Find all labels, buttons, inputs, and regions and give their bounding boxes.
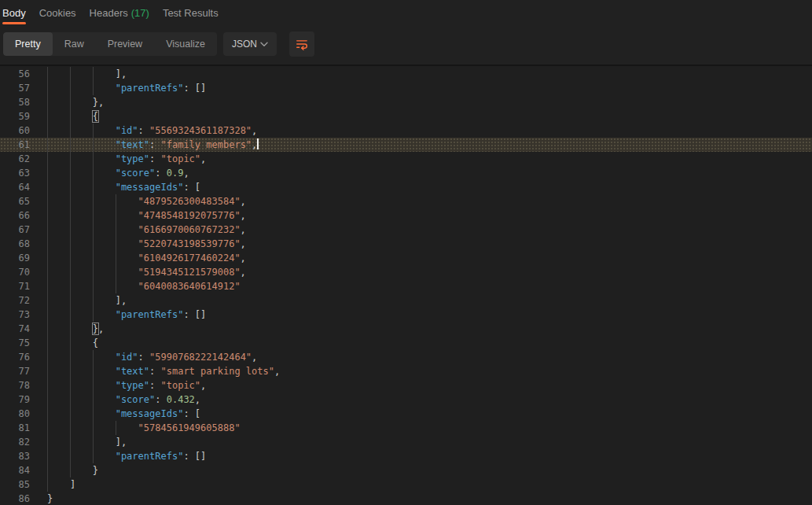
indent-guide xyxy=(70,435,93,449)
code-line-60[interactable]: 60"id": "5569324361187328", xyxy=(0,123,812,138)
indent-guide xyxy=(93,81,116,95)
indent-guide xyxy=(47,81,70,95)
code-line-69[interactable]: 69"6104926177460224", xyxy=(0,251,812,265)
indent-guide xyxy=(93,350,116,364)
view-mode-visualize[interactable]: Visualize xyxy=(154,32,217,56)
line-number: 72 xyxy=(0,293,30,308)
code-line-86[interactable]: 86} xyxy=(0,492,812,505)
indent-guide xyxy=(70,308,93,322)
view-mode-raw[interactable]: Raw xyxy=(53,32,96,56)
code-line-71[interactable]: 71"6040083640614912" xyxy=(0,279,812,293)
indent-guide xyxy=(93,251,116,265)
indent-guide xyxy=(47,322,70,336)
token: : xyxy=(138,125,149,136)
chevron-down-icon xyxy=(260,42,268,47)
token: , xyxy=(252,352,257,363)
code-line-68[interactable]: 68"5220743198539776", xyxy=(0,237,812,251)
tab-body[interactable]: Body xyxy=(2,0,26,26)
token: "parentRefs" xyxy=(116,83,184,94)
line-number: 61 xyxy=(0,138,30,152)
indent-guide xyxy=(116,194,138,208)
code-line-80[interactable]: 80"messageIds": [ xyxy=(0,407,812,421)
line-number: 59 xyxy=(0,109,30,123)
token: "text" xyxy=(116,139,149,150)
headers-count-badge: (17) xyxy=(131,7,149,19)
token: { xyxy=(93,111,98,122)
response-panel: BodyCookiesHeaders(17)Test Results Prett… xyxy=(0,0,812,505)
code-line-66[interactable]: 66"4748548192075776", xyxy=(0,208,812,223)
token: ], xyxy=(116,68,127,79)
line-content: "6104926177460224", xyxy=(47,251,246,265)
token: , xyxy=(241,267,246,278)
line-number: 70 xyxy=(0,265,30,279)
indent-guide xyxy=(47,109,70,123)
code-line-83[interactable]: 83"parentRefs": [] xyxy=(0,449,812,463)
json-editor[interactable]: 56],57"parentRefs": []58},59{60"id": "55… xyxy=(0,66,812,505)
code-line-65[interactable]: 65"4879526300483584", xyxy=(0,194,812,208)
code-line-70[interactable]: 70"5194345121579008", xyxy=(0,265,812,279)
token: , xyxy=(183,168,189,179)
indent-guide xyxy=(70,123,93,138)
indent-guide xyxy=(70,279,93,293)
indent-guide xyxy=(47,279,70,293)
code-line-67[interactable]: 67"6166970060767232", xyxy=(0,223,812,237)
indent-guide xyxy=(47,308,70,322)
view-mode-preview[interactable]: Preview xyxy=(96,32,154,56)
line-number: 67 xyxy=(0,223,30,237)
indent-guide xyxy=(47,123,70,138)
indent-guide xyxy=(116,265,138,279)
line-number: 66 xyxy=(0,208,30,223)
token: : xyxy=(155,168,166,179)
tab-headers[interactable]: Headers(17) xyxy=(90,0,149,26)
token: , xyxy=(195,394,200,405)
code-line-64[interactable]: 64"messageIds": [ xyxy=(0,180,812,194)
line-number: 56 xyxy=(0,67,30,81)
indent-guide xyxy=(93,265,116,279)
tab-label: Body xyxy=(2,7,26,19)
code-line-56[interactable]: 56], xyxy=(0,67,812,81)
wrap-lines-button[interactable] xyxy=(289,31,314,57)
code-line-85[interactable]: 85] xyxy=(0,477,812,492)
code-line-58[interactable]: 58}, xyxy=(0,95,812,109)
code-line-78[interactable]: 78"type": "topic", xyxy=(0,378,812,393)
code-line-82[interactable]: 82], xyxy=(0,435,812,449)
code-line-79[interactable]: 79"score": 0.432, xyxy=(0,393,812,407)
code-line-72[interactable]: 72], xyxy=(0,293,812,308)
code-line-84[interactable]: 84} xyxy=(0,463,812,477)
token: "parentRefs" xyxy=(116,451,184,462)
indent-guide xyxy=(116,251,138,265)
line-number: 81 xyxy=(0,421,30,435)
code-line-62[interactable]: 62"type": "topic", xyxy=(0,152,812,166)
token: : [] xyxy=(183,83,206,94)
token: "family members" xyxy=(160,139,252,150)
line-content: "parentRefs": [] xyxy=(47,81,206,95)
indent-guide xyxy=(93,152,116,166)
code-line-63[interactable]: 63"score": 0.9, xyxy=(0,166,812,180)
code-line-74[interactable]: 74}, xyxy=(0,322,812,336)
indent-guide xyxy=(70,81,93,95)
tab-test-results[interactable]: Test Results xyxy=(163,0,219,26)
format-dropdown[interactable]: JSON xyxy=(223,32,277,56)
code-line-61[interactable]: 61"text": "family members", xyxy=(0,138,812,152)
tab-cookies[interactable]: Cookies xyxy=(39,0,76,26)
line-number: 63 xyxy=(0,166,30,180)
token: "messageIds" xyxy=(116,408,184,419)
code-line-75[interactable]: 75{ xyxy=(0,336,812,350)
code-line-77[interactable]: 77"text": "smart parking lots", xyxy=(0,364,812,378)
code-line-73[interactable]: 73"parentRefs": [] xyxy=(0,308,812,322)
code-line-76[interactable]: 76"id": "5990768222142464", xyxy=(0,350,812,364)
line-content: "messageIds": [ xyxy=(47,180,200,194)
line-content: ], xyxy=(47,67,127,81)
code-line-59[interactable]: 59{ xyxy=(0,109,812,123)
token: "text" xyxy=(116,366,149,377)
token: "6040083640614912" xyxy=(138,281,241,292)
indent-guide xyxy=(47,421,70,435)
indent-guide xyxy=(47,152,70,166)
view-mode-pretty[interactable]: Pretty xyxy=(3,32,53,56)
indent-guide xyxy=(70,265,93,279)
token: : xyxy=(155,394,166,405)
indent-guide xyxy=(93,208,116,223)
line-content: } xyxy=(47,463,98,477)
code-line-57[interactable]: 57"parentRefs": [] xyxy=(0,81,812,95)
code-line-81[interactable]: 81"5784561949605888" xyxy=(0,421,812,435)
